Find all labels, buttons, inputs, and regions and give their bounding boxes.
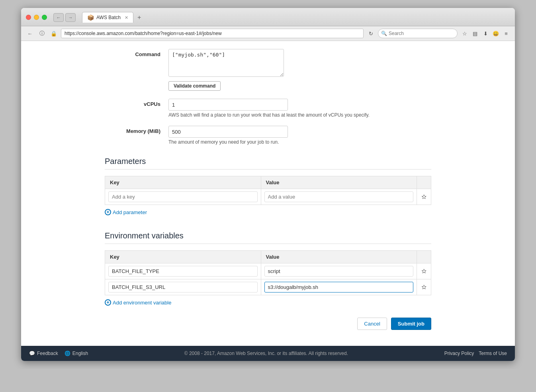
- vcpus-hint: AWS batch will find a place to run your …: [168, 112, 431, 118]
- parameters-divider: [105, 169, 431, 170]
- vcpus-label: vCPUs: [105, 99, 168, 107]
- memory-input[interactable]: [168, 126, 288, 138]
- terms-of-use-link[interactable]: Terms of Use: [479, 351, 507, 356]
- feedback-button[interactable]: 💬 Feedback: [29, 351, 58, 356]
- remove-param-button[interactable]: ✫: [421, 193, 426, 201]
- memory-hint: The amount of memory you need for your j…: [168, 139, 431, 145]
- maximize-button[interactable]: [42, 15, 47, 20]
- search-input[interactable]: [378, 29, 458, 38]
- add-env-var-label: Add environment variable: [113, 300, 171, 306]
- add-param-icon: +: [105, 209, 111, 215]
- parameters-section-title: Parameters: [105, 153, 431, 166]
- page-footer: 💬 Feedback 🌐 English © 2008 - 2017, Amaz…: [21, 346, 515, 361]
- copyright-text: © 2008 - 2017, Amazon Web Services, Inc.…: [88, 351, 444, 356]
- language-label: English: [72, 351, 88, 356]
- param-key-input[interactable]: [108, 191, 258, 202]
- submit-job-button[interactable]: Submit job: [391, 318, 431, 330]
- url-bar[interactable]: [61, 29, 364, 38]
- language-selector[interactable]: 🌐 English: [65, 351, 88, 356]
- env-key-header: Key: [105, 251, 261, 263]
- env-value-input-1[interactable]: [264, 282, 414, 293]
- params-value-header: Value: [261, 176, 417, 189]
- privacy-policy-link[interactable]: Privacy Policy: [444, 351, 474, 356]
- env-vars-divider: [105, 244, 431, 244]
- browser-tab[interactable]: 📦 AWS Batch ✕: [82, 12, 133, 23]
- back-nav-button[interactable]: ←: [25, 29, 35, 38]
- params-key-header: Key: [105, 176, 261, 189]
- add-env-var-link[interactable]: + Add environment variable: [105, 299, 171, 306]
- parameters-table: Key Value: [105, 176, 431, 205]
- form-actions: Cancel Submit job: [105, 318, 431, 330]
- tab-close-button[interactable]: ✕: [125, 15, 128, 20]
- table-row: ✫: [105, 279, 431, 295]
- download-button[interactable]: ⬇: [481, 29, 490, 38]
- env-vars-section-title: Environment variables: [105, 227, 431, 240]
- tab-favicon: 📦: [87, 14, 94, 21]
- vcpus-input[interactable]: [168, 99, 288, 111]
- add-env-icon: +: [105, 299, 111, 306]
- reader-button[interactable]: ▤: [470, 29, 480, 38]
- env-value-input-0[interactable]: [264, 266, 414, 277]
- add-parameter-label: Add parameter: [113, 209, 147, 215]
- menu-button[interactable]: ≡: [501, 29, 511, 38]
- table-row: ✫: [105, 189, 431, 205]
- close-button[interactable]: [26, 15, 31, 20]
- memory-label: Memory (MiB): [105, 126, 168, 134]
- remove-env-var-button-1[interactable]: ✫: [421, 283, 426, 291]
- command-label: Command: [105, 49, 168, 57]
- command-input[interactable]: ["myjob.sh","60"]: [168, 49, 284, 77]
- env-value-header: Value: [261, 251, 417, 263]
- remove-env-var-button-0[interactable]: ✫: [421, 267, 426, 275]
- bookmark-button[interactable]: ☆: [460, 29, 469, 38]
- info-button[interactable]: ⓘ: [37, 29, 47, 38]
- env-vars-table: Key Value ✫ ✫: [105, 250, 431, 295]
- emoji-button[interactable]: 😀: [491, 29, 501, 38]
- globe-icon: 🌐: [65, 351, 70, 356]
- new-tab-button[interactable]: +: [135, 13, 143, 22]
- minimize-button[interactable]: [34, 15, 39, 20]
- feedback-icon: 💬: [29, 351, 35, 356]
- validate-command-button[interactable]: Validate command: [168, 81, 221, 91]
- back-button[interactable]: ←: [53, 13, 64, 22]
- lock-icon: 🔒: [49, 29, 59, 38]
- forward-button[interactable]: →: [65, 13, 76, 22]
- param-value-input[interactable]: [264, 191, 414, 202]
- search-icon: 🔍: [381, 31, 387, 36]
- env-key-input-1[interactable]: [108, 282, 258, 293]
- table-row: ✫: [105, 263, 431, 279]
- cancel-button[interactable]: Cancel: [357, 318, 387, 330]
- env-key-input-0[interactable]: [108, 266, 258, 277]
- reload-button[interactable]: ↻: [366, 29, 376, 38]
- add-parameter-link[interactable]: + Add parameter: [105, 209, 147, 215]
- feedback-label: Feedback: [37, 351, 58, 356]
- tab-title: AWS Batch: [96, 15, 121, 20]
